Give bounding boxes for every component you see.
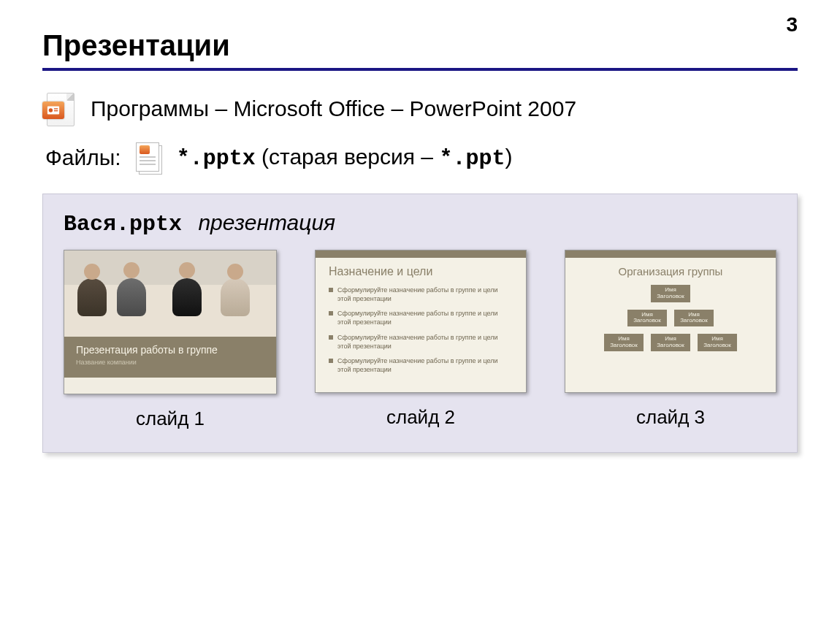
files-ext-text: *.pptx (старая версия – *.ppt) <box>177 145 513 171</box>
slide-thumbnail-3: Организация группы ИмяЗаголовок ИмяЗагол… <box>565 250 776 393</box>
files-line: Файлы: *.pptx (старая версия – *.ppt) <box>45 141 798 175</box>
org-node: ИмяЗаголовок <box>674 310 714 327</box>
slide2-caption: слайд 2 <box>386 406 455 429</box>
slide1-photo <box>64 251 276 337</box>
panel-title: Вася.pptx презентация <box>64 210 776 237</box>
ext-pptx: *.pptx <box>177 146 256 171</box>
org-node: ИмяЗаголовок <box>698 334 737 351</box>
slide-page: 3 Презентации Программы – Microsoft Offi… <box>0 0 840 631</box>
list-item: Сформулируйте назначение работы в группе… <box>329 333 513 351</box>
slide1-title: Презентация работы в группе <box>76 344 264 356</box>
powerpoint-app-icon <box>42 91 77 126</box>
thumb-col-3: Организация группы ИмяЗаголовок ИмяЗагол… <box>565 250 776 430</box>
ext-end: ) <box>505 145 512 169</box>
files-label: Файлы: <box>45 145 121 170</box>
list-item: Сформулируйте назначение работы в группе… <box>329 309 513 326</box>
title-rule <box>42 68 798 71</box>
slide3-title: Организация группы <box>574 265 767 278</box>
panel-filename: Вася.pptx <box>64 212 182 237</box>
svg-point-1 <box>49 108 53 112</box>
slide1-subtitle: Название компании <box>76 359 264 366</box>
list-item: Сформулируйте назначение работы в группе… <box>329 286 513 303</box>
org-node: ИмяЗаголовок <box>627 310 667 327</box>
thumbnails-row: Презентация работы в группе Название ком… <box>64 250 776 430</box>
programs-text: Программы – Microsoft Office – PowerPoin… <box>91 96 576 121</box>
thumb-col-1: Презентация работы в группе Название ком… <box>64 250 277 430</box>
page-title: Презентации <box>42 29 798 62</box>
slide-thumbnail-2: Назначение и цели Сформулируйте назначен… <box>315 250 527 393</box>
programs-line: Программы – Microsoft Office – PowerPoin… <box>42 91 798 126</box>
svg-rect-2 <box>54 108 58 109</box>
svg-rect-3 <box>54 110 58 111</box>
ext-ppt: *.ppt <box>439 146 505 171</box>
org-node: ИмяЗаголовок <box>604 334 644 351</box>
slide1-caption: слайд 1 <box>136 408 205 430</box>
thumb-col-2: Назначение и цели Сформулируйте назначен… <box>315 250 527 430</box>
ext-mid: (старая версия – <box>256 145 440 169</box>
page-number: 3 <box>786 13 798 37</box>
slide2-bullets: Сформулируйте назначение работы в группе… <box>329 286 513 374</box>
list-item: Сформулируйте назначение работы в группе… <box>329 356 513 374</box>
panel-label: презентация <box>198 210 335 234</box>
slide-thumbnail-1: Презентация работы в группе Название ком… <box>64 250 277 394</box>
slide3-caption: слайд 3 <box>636 406 705 429</box>
slide1-title-bar: Презентация работы в группе Название ком… <box>64 337 276 378</box>
org-node: ИмяЗаголовок <box>651 285 690 302</box>
example-panel: Вася.pptx презентация Презентация работы… <box>42 194 798 453</box>
slide2-title: Назначение и цели <box>329 265 513 278</box>
pptx-file-icon <box>134 141 164 175</box>
org-chart: ИмяЗаголовок ИмяЗаголовок ИмяЗаголовок И… <box>574 285 767 351</box>
org-node: ИмяЗаголовок <box>651 334 690 351</box>
